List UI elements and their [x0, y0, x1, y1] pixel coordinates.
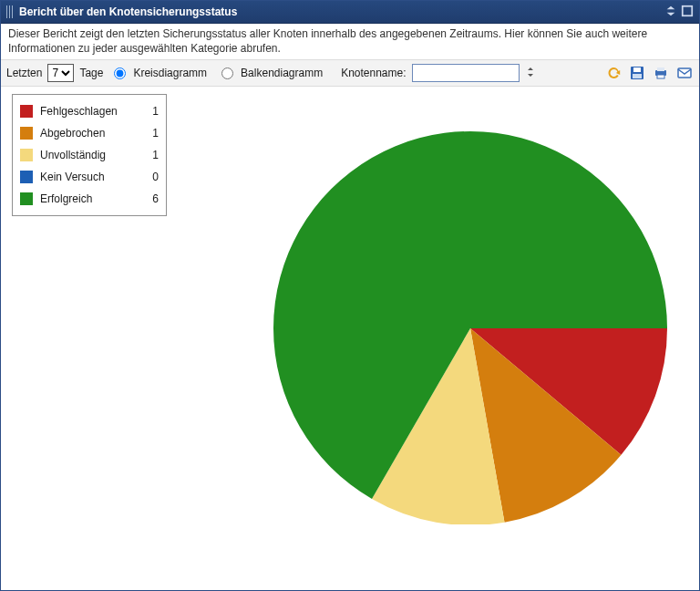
close-icon[interactable] — [681, 5, 694, 20]
legend-swatch — [20, 105, 33, 118]
collapse-icon[interactable] — [664, 5, 677, 20]
nodename-input[interactable] — [412, 64, 520, 82]
save-icon[interactable] — [628, 64, 646, 82]
refresh-icon[interactable] — [604, 64, 623, 82]
titlebar-actions — [664, 5, 694, 20]
radio-bar[interactable] — [221, 67, 233, 79]
radio-pie-label[interactable]: Kreisdiagramm — [133, 67, 207, 79]
legend-label: Erfolgreich — [40, 188, 140, 210]
nodename-label: Knotenname: — [341, 67, 406, 79]
svg-rect-0 — [683, 5, 693, 16]
legend: Fehlgeschlagen1Abgebrochen1Unvollständig… — [12, 94, 167, 216]
radio-pie[interactable] — [114, 67, 126, 79]
toolbar: Letzten 7 Tage Kreisdiagramm Balkendiagr… — [1, 60, 699, 87]
svg-rect-2 — [633, 67, 641, 72]
legend-value: 1 — [144, 144, 159, 166]
chart-area: Fehlgeschlagen1Abgebrochen1Unvollständig… — [1, 87, 699, 590]
legend-item[interactable]: Fehlgeschlagen1 — [20, 100, 159, 122]
svg-rect-5 — [657, 67, 664, 71]
legend-value: 1 — [144, 122, 159, 144]
panel-title: Bericht über den Knotensicherungsstatus — [19, 5, 664, 18]
dropdown-toggle-icon[interactable] — [527, 66, 534, 81]
radio-bar-label[interactable]: Balkendiagramm — [241, 67, 323, 79]
print-icon[interactable] — [652, 64, 670, 82]
legend-label: Unvollständig — [40, 144, 140, 166]
legend-value: 0 — [144, 166, 159, 188]
panel: Bericht über den Knotensicherungsstatus … — [0, 0, 700, 591]
legend-item[interactable]: Unvollständig1 — [20, 144, 159, 166]
legend-label: Kein Versuch — [40, 166, 140, 188]
legend-value: 1 — [144, 100, 159, 122]
days-label: Tage — [79, 67, 103, 79]
pie-svg — [265, 123, 672, 524]
legend-item[interactable]: Erfolgreich6 — [20, 188, 159, 210]
legend-item[interactable]: Kein Versuch0 — [20, 166, 159, 188]
svg-rect-7 — [678, 68, 691, 78]
legend-swatch — [20, 149, 33, 161]
days-select[interactable]: 7 — [47, 64, 74, 82]
legend-label: Fehlgeschlagen — [40, 100, 140, 122]
last-label: Letzten — [6, 67, 42, 79]
pie-chart — [265, 123, 672, 524]
legend-item[interactable]: Abgebrochen1 — [20, 122, 159, 144]
legend-swatch — [20, 192, 33, 205]
legend-swatch — [20, 127, 33, 140]
panel-description: Dieser Bericht zeigt den letzten Sicheru… — [1, 24, 699, 60]
email-icon[interactable] — [675, 64, 694, 82]
svg-rect-6 — [657, 75, 664, 78]
titlebar: Bericht über den Knotensicherungsstatus — [1, 1, 699, 24]
drag-grip-icon — [6, 5, 14, 18]
legend-label: Abgebrochen — [40, 122, 140, 144]
svg-rect-3 — [633, 74, 642, 78]
legend-value: 6 — [144, 188, 159, 210]
legend-swatch — [20, 171, 33, 183]
